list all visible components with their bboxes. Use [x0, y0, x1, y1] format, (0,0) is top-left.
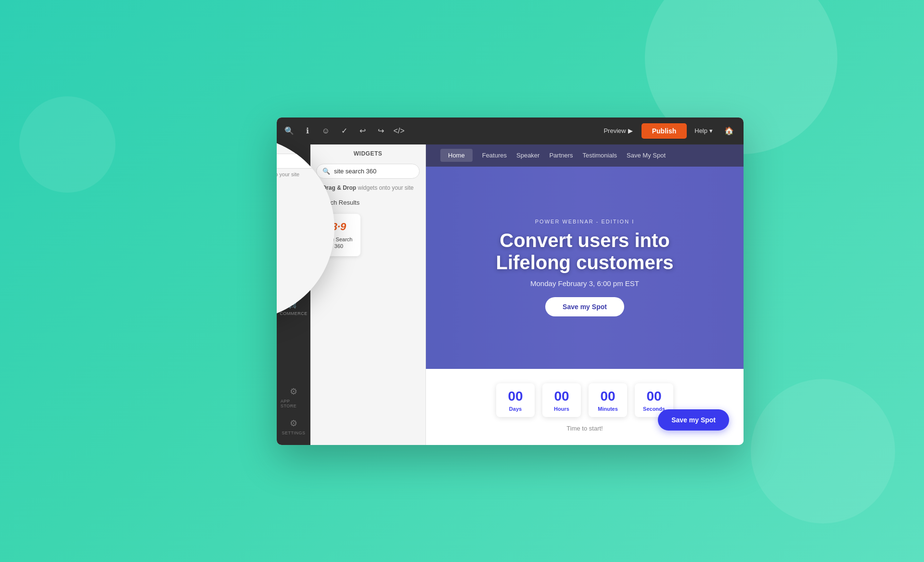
hero-cta-button[interactable]: Save my Spot — [545, 297, 624, 316]
countdown-boxes: 00 Days 00 Hours 00 Minutes 00 — [496, 383, 673, 417]
search-icon: 🔍 — [322, 168, 330, 175]
publish-button[interactable]: Publish — [642, 123, 687, 139]
days-label: Days — [509, 406, 522, 412]
preview-label: Preview — [603, 127, 626, 134]
preview-button[interactable]: Preview ▶ — [599, 124, 637, 137]
home-toolbar-icon[interactable]: 🏠 — [720, 123, 738, 138]
sidebar-label-settings: SETTINGS — [282, 431, 305, 435]
countdown-days: 00 Days — [496, 383, 535, 417]
site-footer-cta: Save my Spot — [658, 409, 729, 431]
site-nav-tab-home[interactable]: Home — [440, 149, 473, 162]
site-hero: POWER WEBINAR - EDITION I Convert users … — [426, 167, 744, 369]
minutes-number: 00 — [600, 389, 615, 404]
widgets-panel: WIDGETS 🔍 Drag & Drop widgets onto your … — [310, 144, 426, 445]
countdown-section: 00 Days 00 Hours 00 Minutes 00 — [426, 369, 744, 445]
code-toolbar-icon[interactable]: </> — [392, 124, 406, 138]
panel-header: WIDGETS — [310, 144, 425, 160]
sidebar-label-app-store: APP STORE — [281, 399, 307, 408]
site-nav-tab-save[interactable]: Save My Spot — [627, 148, 666, 163]
site-nav-tab-features[interactable]: Features — [482, 148, 507, 163]
help-label: Help — [694, 127, 707, 134]
footer-cta-button[interactable]: Save my Spot — [658, 409, 729, 431]
help-button[interactable]: Help ▾ — [691, 124, 717, 137]
settings-icon: ⚙ — [290, 418, 298, 429]
drag-drop-suffix: widgets onto your site — [356, 184, 413, 191]
sidebar-label-commerce: COMMERCE — [280, 311, 308, 316]
minutes-label: Minutes — [598, 406, 618, 412]
feedback-toolbar-icon[interactable]: ☺ — [319, 124, 333, 138]
toolbar-icons: 🔍 ℹ ☺ ✓ ↩ ↪ </> — [282, 124, 595, 138]
sidebar-item-settings[interactable]: ⚙ SETTINGS — [277, 413, 310, 440]
drag-drop-bold: Drag & Drop — [322, 184, 356, 191]
main-area: 🎨 DESIGN 📄 PAGES ✚ WIDGETS 📁 CONTENT 👤 — [277, 144, 744, 445]
hero-date: Monday February 3, 6:00 pm EST — [530, 279, 639, 288]
magnify-drag-suffix: widgets onto your site — [277, 171, 299, 177]
hero-subtitle: POWER WEBINAR - EDITION I — [535, 219, 634, 224]
seconds-number: 00 — [646, 389, 661, 404]
site-nav-tab-speaker[interactable]: Speaker — [516, 148, 539, 163]
preview-play-icon: ▶ — [628, 127, 633, 134]
hero-overlay: POWER WEBINAR - EDITION I Convert users … — [426, 167, 744, 369]
bg-circle-3 — [19, 96, 116, 193]
magnify-drag-hint: Drag & Drop widgets onto your site — [277, 171, 299, 177]
hours-number: 00 — [554, 389, 569, 404]
hero-title: Convert users into Lifelong customers — [496, 229, 674, 274]
countdown-hours: 00 Hours — [542, 383, 581, 417]
page-root: 🔍 ℹ ☺ ✓ ↩ ↪ </> Preview ▶ Publish Help ▾… — [0, 0, 924, 562]
sidebar-bottom: ⚙ APP STORE ⚙ SETTINGS — [277, 381, 310, 445]
search-toolbar-icon[interactable]: 🔍 — [282, 124, 296, 138]
info-toolbar-icon[interactable]: ℹ — [301, 124, 314, 138]
redo-toolbar-icon[interactable]: ↪ — [374, 124, 387, 138]
browser-window: 🔍 ℹ ☺ ✓ ↩ ↪ </> Preview ▶ Publish Help ▾… — [277, 118, 744, 445]
countdown-start-text: Time to start! — [566, 425, 603, 432]
toolbar: 🔍 ℹ ☺ ✓ ↩ ↪ </> Preview ▶ Publish Help ▾… — [277, 118, 744, 144]
sidebar-item-app-store[interactable]: ⚙ APP STORE — [277, 381, 310, 413]
hours-label: Hours — [554, 406, 569, 412]
hero-title-line2: Lifelong customers — [496, 252, 674, 273]
site-canvas: Home Features Speaker Partners Testimoni… — [426, 144, 744, 445]
search-bar[interactable]: 🔍 — [316, 164, 420, 179]
check-toolbar-icon[interactable]: ✓ — [337, 124, 351, 138]
help-chevron-icon: ▾ — [709, 127, 713, 134]
app-store-icon: ⚙ — [290, 386, 298, 397]
undo-toolbar-icon[interactable]: ↩ — [356, 124, 369, 138]
countdown-minutes: 00 Minutes — [589, 383, 627, 417]
hero-title-line1: Convert users into — [500, 230, 669, 251]
bg-circle-2 — [751, 379, 895, 523]
days-number: 00 — [508, 389, 523, 404]
search-input[interactable] — [334, 168, 415, 175]
site-nav-tab-testimonials[interactable]: Testimonials — [583, 148, 617, 163]
site-nav: Home Features Speaker Partners Testimoni… — [426, 144, 744, 167]
site-nav-tab-partners[interactable]: Partners — [549, 148, 573, 163]
